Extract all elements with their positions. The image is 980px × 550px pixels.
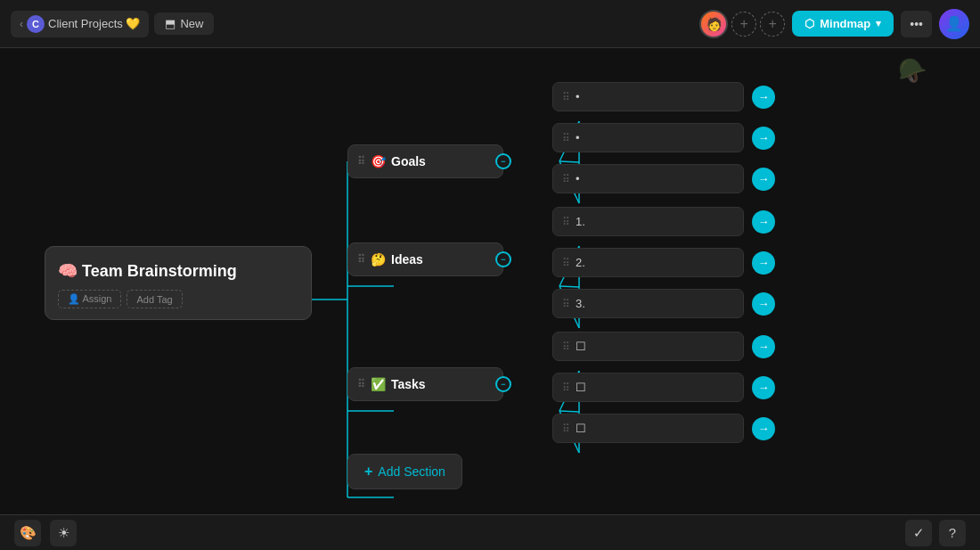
bottombar: 🎨 ☀ ✓ ? xyxy=(0,514,980,550)
goals-child-1: ⠿ • → xyxy=(552,82,744,111)
section-goals[interactable]: ⠿ 🎯 Goals − xyxy=(347,144,503,178)
ideas-child-2-arrow[interactable]: → xyxy=(752,251,775,275)
project-label: Client Projects 💛 xyxy=(48,17,140,30)
ideas-emoji: 🤔 xyxy=(371,252,386,267)
drag-icon: ⠿ xyxy=(562,91,570,103)
project-circle-icon: C xyxy=(27,15,45,33)
assign-button[interactable]: 👤 Assign xyxy=(58,290,121,308)
goals-child-2-arrow[interactable]: → xyxy=(752,127,775,150)
goals-child-3-left: ⠿ • xyxy=(562,172,580,185)
tasks-child-3-left: ⠿ ☐ xyxy=(562,422,586,435)
mindmap-button[interactable]: ⬡ Mindmap ▾ xyxy=(792,11,894,37)
tasks-child-1-arrow[interactable]: → xyxy=(752,335,775,358)
more-options-button[interactable]: ••• xyxy=(901,11,932,37)
ideas-child-3-left: ⠿ 3. xyxy=(562,297,585,310)
palette-icon: 🎨 xyxy=(20,525,37,541)
back-button[interactable]: ‹ C Client Projects 💛 xyxy=(11,11,149,37)
tasks-child-1: ⠿ ☐ → xyxy=(552,332,744,361)
bottombar-left: 🎨 ☀ xyxy=(14,520,77,546)
tasks-label: Tasks xyxy=(391,377,426,391)
ideas-child-3-arrow[interactable]: → xyxy=(752,292,775,316)
root-node: 🧠 Team Brainstorming 👤 Assign Add Tag xyxy=(45,246,312,320)
topbar-center: 🧑 + + xyxy=(699,10,785,38)
avatar-group: 🧑 + + xyxy=(699,10,785,38)
tasks-emoji: ✅ xyxy=(371,377,386,391)
add-section-button[interactable]: + Add Section xyxy=(347,454,462,489)
svg-line-11 xyxy=(559,286,579,287)
drag-handle-goals: ⠿ xyxy=(357,155,365,168)
goals-label: Goals xyxy=(391,154,426,168)
check-icon: ✓ xyxy=(913,525,925,541)
ideas-child-1-arrow[interactable]: → xyxy=(752,210,775,234)
mindmap-canvas: 🪖 xyxy=(0,48,980,514)
section-tasks[interactable]: ⠿ ✅ Tasks − xyxy=(347,367,503,401)
help-icon: ? xyxy=(949,525,956,540)
drag-icon: ⠿ xyxy=(562,216,570,228)
mindmap-label: Mindmap xyxy=(820,17,870,30)
drag-icon: ⠿ xyxy=(562,341,570,353)
check-button[interactable]: ✓ xyxy=(905,520,932,546)
tasks-child-1-text: ☐ xyxy=(576,340,586,353)
drag-icon: ⠿ xyxy=(562,132,570,144)
ideas-child-1: ⠿ 1. → xyxy=(552,207,744,236)
goals-child-2-left: ⠿ • xyxy=(562,131,580,144)
topbar-left: ‹ C Client Projects 💛 ⬒ New xyxy=(11,11,692,37)
sun-button[interactable]: ☀ xyxy=(50,520,77,546)
add-member-button[interactable]: + xyxy=(731,12,756,37)
goals-child-3-arrow[interactable]: → xyxy=(752,168,775,191)
tasks-child-3-arrow[interactable]: → xyxy=(752,417,775,440)
sun-icon: ☀ xyxy=(58,525,69,541)
mindmap-icon: ⬡ xyxy=(804,17,814,30)
drag-icon: ⠿ xyxy=(562,382,570,394)
add-section-icon: + xyxy=(364,464,372,480)
ideas-child-3: ⠿ 3. → xyxy=(552,289,744,318)
new-button[interactable]: ⬒ New xyxy=(154,12,214,35)
section-ideas[interactable]: ⠿ 🤔 Ideas − xyxy=(347,242,503,276)
ghost-icon: 🪖 xyxy=(898,57,927,85)
collapse-goals-button[interactable]: − xyxy=(495,153,511,169)
collapse-ideas-button[interactable]: − xyxy=(495,251,511,267)
goals-child-3-text: • xyxy=(576,172,580,185)
drag-icon: ⠿ xyxy=(562,298,570,310)
ideas-child-1-left: ⠿ 1. xyxy=(562,215,585,228)
palette-button[interactable]: 🎨 xyxy=(14,520,41,546)
ideas-label: Ideas xyxy=(391,252,423,267)
goals-emoji: 🎯 xyxy=(371,154,386,168)
goals-child-2: ⠿ • → xyxy=(552,123,744,152)
drag-handle-tasks: ⠿ xyxy=(357,378,365,390)
collapse-tasks-button[interactable]: − xyxy=(495,376,511,392)
more-dots-icon: ••• xyxy=(910,17,923,31)
drag-icon: ⠿ xyxy=(562,173,570,185)
ideas-child-2-left: ⠿ 2. xyxy=(562,256,585,269)
root-title: 🧠 Team Brainstorming xyxy=(58,261,298,281)
assign-label: Assign xyxy=(82,293,111,304)
add-section-label: Add Section xyxy=(378,464,445,479)
goals-child-2-text: • xyxy=(576,131,580,144)
tasks-child-2-left: ⠿ ☐ xyxy=(562,381,586,394)
ideas-child-1-text: 1. xyxy=(576,215,585,228)
user-avatar[interactable]: 👤 xyxy=(939,9,969,39)
drag-icon: ⠿ xyxy=(562,423,570,435)
add-tag-label: Add Tag xyxy=(136,294,172,305)
tasks-child-3: ⠿ ☐ → xyxy=(552,414,744,443)
drag-handle-ideas: ⠿ xyxy=(357,253,365,266)
tasks-child-2-text: ☐ xyxy=(576,381,586,394)
root-actions: 👤 Assign Add Tag xyxy=(58,290,298,308)
ideas-child-3-text: 3. xyxy=(576,297,585,310)
tasks-child-3-text: ☐ xyxy=(576,422,586,435)
ideas-child-2-text: 2. xyxy=(576,256,585,269)
help-button[interactable]: ? xyxy=(939,520,966,546)
ideas-child-2: ⠿ 2. → xyxy=(552,248,744,277)
tasks-child-2-arrow[interactable]: → xyxy=(752,376,775,399)
chevron-down-icon: ▾ xyxy=(876,18,881,29)
svg-line-15 xyxy=(559,411,579,412)
goals-child-1-arrow[interactable]: → xyxy=(752,86,775,109)
add-member-button-2[interactable]: + xyxy=(760,12,785,37)
tasks-child-2: ⠿ ☐ → xyxy=(552,373,744,402)
topbar-right: ⬡ Mindmap ▾ ••• 👤 xyxy=(792,9,969,39)
bottombar-right: ✓ ? xyxy=(905,520,966,546)
goals-child-1-text: • xyxy=(576,90,580,103)
tasks-child-1-left: ⠿ ☐ xyxy=(562,340,586,353)
topbar: ‹ C Client Projects 💛 ⬒ New 🧑 + + ⬡ Mind… xyxy=(0,0,980,48)
add-tag-button[interactable]: Add Tag xyxy=(127,290,182,308)
